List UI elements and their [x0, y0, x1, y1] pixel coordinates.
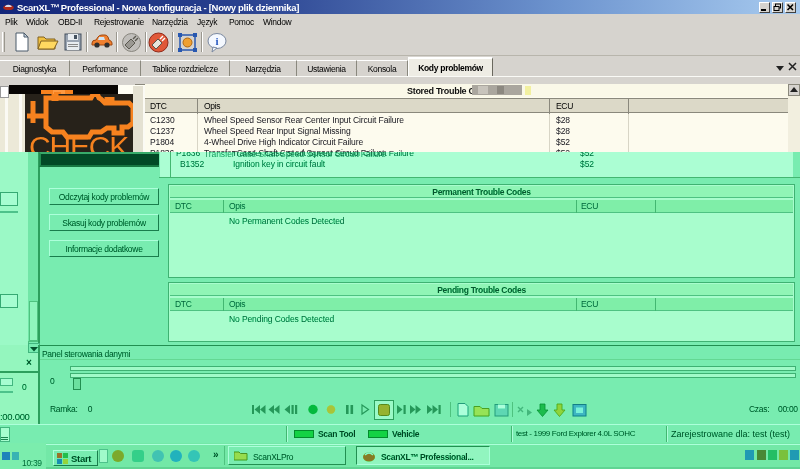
svg-text:i: i	[216, 35, 219, 47]
